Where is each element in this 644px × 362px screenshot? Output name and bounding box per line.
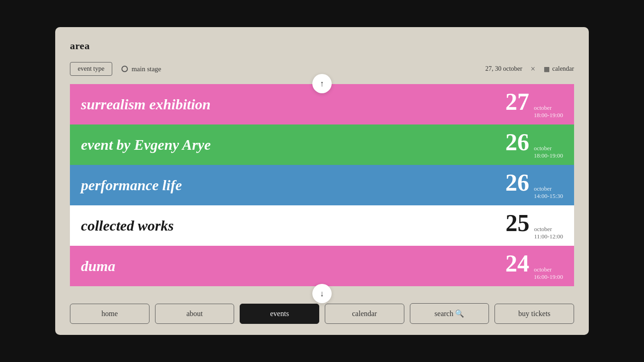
event-title-duma: duma: [81, 258, 505, 275]
event-time-duma: 16:00-19:00: [534, 273, 563, 281]
nav-events-button[interactable]: events: [240, 304, 319, 324]
event-date-duma: 24 october 16:00-19:00: [505, 252, 563, 281]
scroll-up-button[interactable]: ↑: [312, 74, 332, 93]
event-meta-collected: october 11:00-12:00: [534, 226, 563, 240]
event-month-duma: october: [534, 266, 552, 273]
event-row-performance[interactable]: performance life 26 october 14:00-15:30: [70, 165, 574, 205]
event-title-collected: collected works: [81, 217, 506, 234]
event-row-collected[interactable]: collected works 25 october 11:00-12:00: [70, 205, 574, 246]
nav-calendar-button[interactable]: calendar: [325, 304, 404, 324]
event-date-collected: 25 october 11:00-12:00: [506, 211, 563, 240]
event-day-evgeny: 26: [505, 130, 529, 154]
event-meta-duma: october 16:00-19:00: [534, 266, 563, 281]
event-meta-surrealism: october 18:00-19:00: [534, 104, 563, 119]
event-date-surrealism: 27 october 18:00-19:00: [505, 90, 563, 119]
down-arrow-icon: ↓: [320, 289, 324, 299]
event-title-performance: performance life: [81, 177, 505, 194]
header: area: [70, 40, 574, 52]
event-time-performance: 14:00-15:30: [534, 192, 563, 200]
stage-filter: main stage: [121, 65, 161, 73]
date-filter-label: 27, 30 october: [485, 65, 522, 73]
close-filter-icon[interactable]: ×: [530, 65, 535, 73]
nav-buy-tickets-button[interactable]: buy tickets: [494, 304, 574, 324]
calendar-icon: ▦: [544, 65, 550, 73]
event-time-collected: 11:00-12:00: [534, 233, 563, 240]
calendar-button[interactable]: ▦ calendar: [544, 65, 574, 73]
event-date-evgeny: 26 october 18:00-19:00: [505, 130, 563, 159]
event-title-evgeny: event by Evgeny Arye: [81, 136, 505, 153]
nav-about-button[interactable]: about: [155, 304, 235, 324]
event-date-performance: 26 october 14:00-15:30: [505, 171, 563, 200]
event-time-evgeny: 18:00-19:00: [534, 152, 563, 159]
nav-search-button[interactable]: search 🔍: [410, 303, 489, 324]
event-meta-performance: october 14:00-15:30: [534, 185, 563, 200]
app-container: area event type main stage 27, 30 octobe…: [55, 27, 589, 335]
stage-label: main stage: [132, 65, 161, 73]
event-type-button[interactable]: event type: [70, 62, 112, 76]
event-day-duma: 24: [505, 252, 529, 276]
calendar-label: calendar: [552, 65, 574, 73]
bottom-nav: home about events calendar search 🔍 buy …: [70, 303, 574, 324]
stage-circle-icon: [121, 66, 128, 72]
event-month-surrealism: october: [534, 104, 552, 112]
event-meta-evgeny: october 18:00-19:00: [534, 145, 563, 159]
nav-home-button[interactable]: home: [70, 304, 150, 324]
up-arrow-icon: ↑: [320, 79, 324, 89]
event-title-surrealism: surrealism exhibition: [81, 96, 505, 113]
event-list: ↑ surrealism exhibition 27 october 18:00…: [70, 84, 574, 293]
scroll-down-button[interactable]: ↓: [312, 284, 332, 303]
event-month-evgeny: october: [534, 145, 552, 152]
event-row-duma[interactable]: duma 24 october 16:00-19:00: [70, 246, 574, 286]
event-month-collected: october: [534, 226, 552, 233]
event-month-performance: october: [534, 185, 552, 192]
event-day-collected: 25: [506, 211, 529, 235]
filter-right: 27, 30 october × ▦ calendar: [485, 65, 574, 73]
event-day-performance: 26: [505, 171, 529, 195]
event-row-evgeny[interactable]: event by Evgeny Arye 26 october 18:00-19…: [70, 124, 574, 165]
event-time-surrealism: 18:00-19:00: [534, 112, 563, 119]
event-day-surrealism: 27: [505, 90, 529, 114]
logo: area: [70, 40, 90, 52]
